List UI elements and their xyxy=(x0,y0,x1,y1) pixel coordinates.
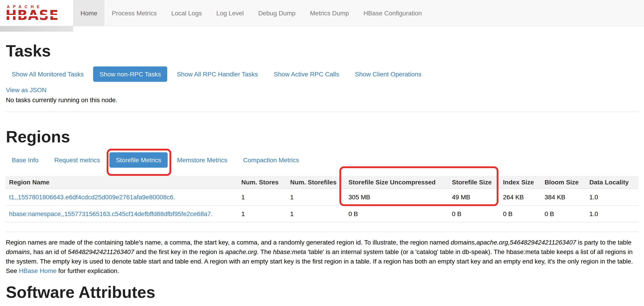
logo-shadow xyxy=(0,26,73,32)
note-text: for further explication. xyxy=(56,267,119,274)
column-header-num-stores: Num. Stores xyxy=(238,176,286,189)
tasks-heading: Tasks xyxy=(6,42,638,60)
column-header-region-name: Region Name xyxy=(6,176,238,189)
note-first-key: apache.org xyxy=(225,248,257,256)
task-filter-show-all-rpc-handler-tasks[interactable]: Show All RPC Handler Tasks xyxy=(170,66,264,82)
note-text: . The xyxy=(257,248,273,256)
region-tab-memstore-metrics[interactable]: Memstore Metrics xyxy=(170,152,234,168)
region-tab-request-metrics[interactable]: Request metrics xyxy=(48,152,106,168)
regions-heading: Regions xyxy=(6,128,638,146)
note-example-region: domains,apache.org,5464829424211263407 xyxy=(451,239,576,246)
cell-storefile-size-uncompressed: 305 MB xyxy=(345,189,448,206)
note-text: is party to the table xyxy=(576,239,631,246)
note-text: , has an id of xyxy=(30,248,68,256)
cell-storefile-size-uncompressed: 0 B xyxy=(345,206,448,222)
column-header-storefile-size-uncompressed: Storefile Size Uncompressed xyxy=(345,176,448,189)
cell-num-stores: 1 xyxy=(238,206,286,222)
regions-table: Region Name Num. Stores Num. Storefiles … xyxy=(6,176,638,222)
nav-item-local-logs[interactable]: Local Logs xyxy=(164,0,209,26)
cell-bloom-size: 384 KB xyxy=(541,189,586,206)
task-filter-show-active-rpc-calls[interactable]: Show Active RPC Calls xyxy=(267,66,345,82)
cell-num-stores: 1 xyxy=(238,189,286,206)
table-row: t1,,1557801806643.e6df4cdcd25d009e2761af… xyxy=(6,189,638,206)
tasks-empty-message: No tasks currently running on this node. xyxy=(6,95,638,104)
nav-item-log-level[interactable]: Log Level xyxy=(209,0,251,26)
regions-table-wrap: Region Name Num. Stores Num. Storefiles … xyxy=(6,176,638,222)
cell-data-locality: 1.0 xyxy=(586,206,638,222)
task-filter-row: Show All Monitored Tasks Show non-RPC Ta… xyxy=(6,66,638,82)
cell-num-storefiles: 1 xyxy=(286,206,345,222)
cell-bloom-size: 0 B xyxy=(541,206,586,222)
region-tab-storefile-metrics-label: Storefile Metrics xyxy=(116,156,161,164)
cell-index-size: 0 B xyxy=(500,206,541,222)
column-header-storefile-size: Storefile Size xyxy=(448,176,500,189)
page: APACHE HBASE Home Process Metrics Local … xyxy=(0,0,644,306)
task-filter-show-client-operations[interactable]: Show Client Operations xyxy=(349,66,428,82)
divider-after-tasks xyxy=(6,112,638,112)
cell-data-locality: 1.0 xyxy=(586,189,638,206)
navbar-menu: Home Process Metrics Local Logs Log Leve… xyxy=(73,0,644,26)
nav-item-metrics-dump[interactable]: Metrics Dump xyxy=(303,0,356,26)
software-attributes-heading: Software Attributes xyxy=(6,284,638,302)
column-header-bloom-size: Bloom Size xyxy=(541,176,586,189)
note-region-id: 5464829424211263407 xyxy=(68,248,134,256)
column-header-data-locality: Data Locality xyxy=(586,176,638,189)
table-row: hbase:namespace,,1557731565163.c545cf14d… xyxy=(6,206,638,222)
task-filter-show-all-monitored-tasks[interactable]: Show All Monitored Tasks xyxy=(6,66,90,82)
cell-storefile-size: 49 MB xyxy=(448,189,500,206)
region-names-note: Region names are made of the containing … xyxy=(6,238,639,276)
regions-table-header-row: Region Name Num. Stores Num. Storefiles … xyxy=(6,176,638,189)
logo-hbase-text: HBASE xyxy=(6,10,73,21)
note-hbase-meta: hbase:meta xyxy=(273,248,306,256)
navbar: APACHE HBASE Home Process Metrics Local … xyxy=(0,0,644,26)
cell-index-size: 264 KB xyxy=(500,189,541,206)
region-tab-compaction-metrics[interactable]: Compaction Metrics xyxy=(237,152,305,168)
column-header-num-storefiles: Num. Storefiles xyxy=(286,176,345,189)
nav-item-debug-dump[interactable]: Debug Dump xyxy=(251,0,303,26)
region-tab-storefile-metrics[interactable]: Storefile Metrics xyxy=(110,152,168,168)
cell-storefile-size: 0 B xyxy=(448,206,500,222)
cell-num-storefiles: 1 xyxy=(286,189,345,206)
region-tab-base-info[interactable]: Base Info xyxy=(6,152,45,168)
task-filter-show-non-rpc-tasks[interactable]: Show non-RPC Tasks xyxy=(93,66,168,82)
divider-after-regions-table xyxy=(6,232,638,232)
column-header-index-size: Index Size xyxy=(500,176,541,189)
view-as-json-link[interactable]: View as JSON xyxy=(6,86,46,94)
note-text: and the first key in the region is xyxy=(134,248,225,256)
nav-item-process-metrics[interactable]: Process Metrics xyxy=(104,0,164,26)
nav-item-home[interactable]: Home xyxy=(73,0,104,26)
note-text: Region names are made of the containing … xyxy=(6,239,451,246)
region-link[interactable]: t1,,1557801806643.e6df4cdcd25d009e2761af… xyxy=(9,194,175,201)
hbase-home-link[interactable]: HBase Home xyxy=(19,267,57,274)
hbase-logo[interactable]: APACHE HBASE xyxy=(0,0,73,26)
nav-item-hbase-configuration[interactable]: HBase Configuration xyxy=(356,0,429,26)
region-link[interactable]: hbase:namespace,,1557731565163.c545cf14d… xyxy=(9,210,213,218)
region-tabs-row: Base Info Request metrics Storefile Metr… xyxy=(6,152,638,168)
note-table-name: domains xyxy=(6,248,30,256)
main-content: Tasks Show All Monitored Tasks Show non-… xyxy=(0,42,644,301)
